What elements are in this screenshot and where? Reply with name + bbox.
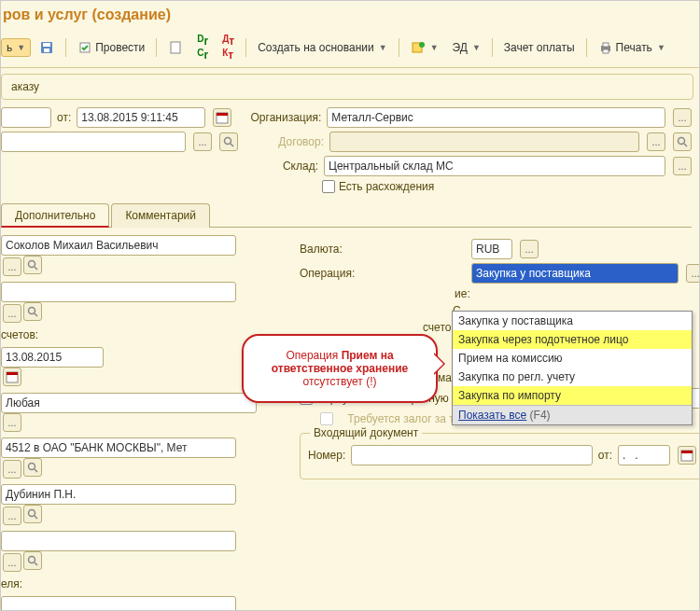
magnifier-icon: [27, 259, 38, 271]
incoming-group: Входящий документ Номер: от: . .: [300, 433, 700, 479]
blank-input-2[interactable]: [1, 531, 236, 551]
select-btn[interactable]: ...: [3, 257, 21, 276]
magnifier-icon: [223, 136, 234, 147]
svg-line-13: [231, 144, 233, 146]
select-btn[interactable]: ...: [3, 304, 21, 323]
svg-rect-11: [217, 113, 228, 116]
calendar-icon: [679, 448, 694, 463]
currency-input[interactable]: RUB: [471, 239, 512, 259]
order-label: аказу: [11, 80, 39, 93]
edo-icon: [411, 40, 426, 55]
discrepancy-checkbox[interactable]: Есть расхождения: [322, 180, 434, 193]
post-button[interactable]: Провести: [72, 37, 150, 58]
dropdown-showall[interactable]: Показать все (F4): [453, 405, 692, 424]
deposit-checkbox: [320, 412, 333, 425]
edo-button[interactable]: ▼: [405, 37, 444, 58]
callout-bubble: Операция Прием на ответственное хранение…: [242, 334, 438, 403]
number-input[interactable]: [1, 107, 51, 128]
svg-line-15: [684, 144, 687, 146]
select-btn[interactable]: ...: [3, 553, 21, 572]
manager-input[interactable]: Дубинин П.Н.: [1, 484, 236, 505]
order-pane: аказу: [1, 74, 693, 100]
magnifier-icon: [27, 555, 38, 566]
calendar-icon: [215, 110, 230, 125]
operation-dropdown[interactable]: Закупка у поставщика Закупка через подот…: [452, 311, 693, 425]
search-btn[interactable]: [23, 302, 42, 321]
magnifier-icon: [27, 462, 38, 473]
organization-input[interactable]: Металл-Сервис: [327, 107, 665, 128]
contract-search-button[interactable]: [673, 132, 692, 151]
dropdown-item[interactable]: Закупка по импорту: [453, 386, 692, 405]
incoming-cal-button[interactable]: [678, 446, 696, 465]
drcr-icon: DrCr: [197, 34, 208, 62]
select-btn[interactable]: ...: [3, 507, 21, 525]
select-btn[interactable]: ...: [3, 413, 21, 432]
svg-rect-33: [681, 451, 693, 453]
any-input[interactable]: Любая: [1, 393, 257, 413]
search-btn[interactable]: [23, 458, 42, 477]
partner-select-button[interactable]: ...: [193, 132, 212, 151]
calendar-button[interactable]: [213, 108, 231, 127]
search-btn[interactable]: [23, 256, 42, 274]
blank-input-1[interactable]: [1, 282, 236, 302]
tab-extra[interactable]: Дополнительно: [1, 203, 109, 228]
datetime-input[interactable]: 13.08.2015 9:11:45: [77, 107, 205, 128]
calendar-button-2[interactable]: [3, 368, 21, 386]
save-button[interactable]: [34, 37, 60, 58]
search-btn[interactable]: [23, 551, 42, 570]
drcr-button[interactable]: DrCr: [191, 31, 214, 64]
person-input[interactable]: Соколов Михаил Васильевич: [1, 235, 236, 256]
document-icon: [168, 40, 183, 55]
currency-label: Валюта:: [300, 243, 371, 256]
drkr-button[interactable]: ДтКт: [217, 31, 240, 64]
dropdown-item[interactable]: Закупка по регл. учету: [453, 368, 692, 386]
incoming-caption: Входящий документ: [310, 426, 422, 439]
chevron-down-icon: ▼: [657, 43, 665, 52]
tabs: Дополнительно Комментарий: [1, 202, 692, 228]
currency-select-button[interactable]: ...: [520, 240, 539, 258]
partner-input[interactable]: [1, 132, 186, 152]
tab-comment[interactable]: Комментарий: [111, 203, 210, 228]
dropdown-item[interactable]: Закупка через подотчетное лицо: [453, 330, 692, 349]
warehouse-input[interactable]: Центральный склад МС: [324, 156, 665, 176]
date-input-2[interactable]: 13.08.2015: [1, 347, 104, 368]
search-btn[interactable]: [23, 505, 42, 523]
print-button[interactable]: Печать▼: [593, 37, 671, 58]
contract-label: Договор:: [244, 135, 324, 148]
svg-rect-4: [171, 42, 180, 53]
svg-point-24: [29, 510, 35, 517]
select-btn[interactable]: ...: [3, 460, 21, 479]
svg-line-19: [35, 313, 37, 316]
dropdown-item[interactable]: Прием на комиссию: [453, 349, 692, 368]
svg-point-6: [419, 42, 425, 48]
operation-dropdown-button[interactable]: ...: [686, 264, 700, 283]
blank-input-3[interactable]: [1, 596, 236, 611]
svg-rect-1: [43, 43, 50, 47]
chevron-down-icon: ▼: [430, 43, 439, 52]
magnifier-icon: [27, 508, 38, 520]
svg-line-27: [35, 562, 37, 565]
bankacc-input[interactable]: 4512 в ОАО "БАНК МОСКВЫ", Мет: [1, 437, 236, 458]
ed-button[interactable]: ЭД▼: [447, 38, 486, 57]
org-label: Организация:: [237, 111, 321, 124]
payment-offset-button[interactable]: Зачет оплаты: [498, 38, 581, 57]
reports-button[interactable]: [162, 37, 189, 58]
partner-search-button[interactable]: [219, 132, 238, 151]
save-and-close-button[interactable]: ь▼: [1, 38, 31, 57]
svg-rect-9: [603, 49, 609, 53]
incoming-number-input[interactable]: [351, 445, 592, 465]
operation-select[interactable]: Закупка у поставщика: [471, 263, 679, 284]
create-based-button[interactable]: Создать на основании▼: [252, 38, 392, 57]
contract-select-button[interactable]: ...: [647, 132, 665, 151]
magnifier-icon: [677, 136, 688, 147]
incoming-date-input[interactable]: . .: [618, 445, 670, 465]
wh-select-button[interactable]: ...: [673, 157, 692, 175]
svg-rect-21: [7, 372, 18, 375]
printer-icon: [598, 40, 613, 55]
post-icon: [77, 40, 92, 55]
svg-line-23: [35, 469, 37, 472]
reg-suffix: ие:: [455, 287, 470, 300]
dropdown-item[interactable]: Закупка у поставщика: [453, 312, 692, 330]
org-select-button[interactable]: ...: [673, 108, 692, 127]
svg-line-25: [35, 516, 37, 519]
